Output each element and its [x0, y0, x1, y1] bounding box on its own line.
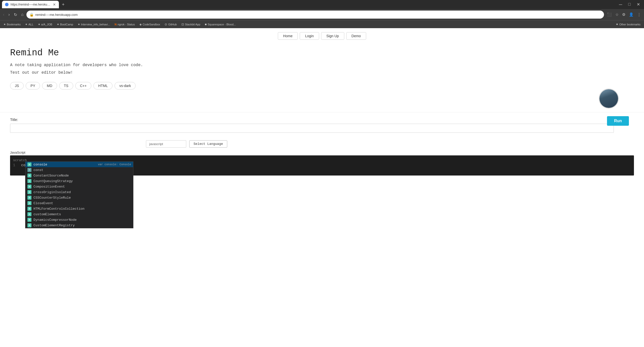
bookmark-label: BootCamp: [60, 23, 73, 26]
autocomplete-item-constantsourcenode[interactable]: ⊙ ConstantSourceNode: [25, 173, 133, 178]
bookmark-all-icon: ★: [25, 23, 27, 26]
autocomplete-icon-ce: ⊙: [27, 185, 31, 189]
avatar-image: [599, 89, 618, 108]
bookmark-item-interview[interactable]: ★ Interview_info_behavi...: [76, 22, 112, 26]
close-window-button[interactable]: ✕: [635, 2, 642, 7]
bookmark-item-all[interactable]: ★ ALL: [24, 22, 35, 26]
lang-html-button[interactable]: HTML: [93, 82, 112, 90]
autocomplete-item-csscsr[interactable]: ⊙ CSSCounterStyleRule: [25, 195, 133, 200]
autocomplete-label-cst: ConstantSourceNode: [33, 174, 131, 178]
autocomplete-label-dcn: DynamicsCompressorNode: [33, 218, 131, 222]
autocomplete-icon-cqs: ⊙: [27, 179, 31, 183]
forward-button[interactable]: ›: [7, 11, 11, 18]
language-input[interactable]: javascript: [146, 140, 186, 148]
bookmark-item-other[interactable]: ★ Other bookmarks: [614, 22, 642, 26]
bookmark-star-icon: ★: [4, 23, 6, 26]
bookmark-label: GitHub: [168, 23, 177, 26]
back-button[interactable]: ‹: [2, 11, 5, 18]
autocomplete-detail-console: var console: Console: [98, 163, 131, 166]
bookmark-label: ngrok - Status: [118, 23, 135, 26]
bookmark-item-github[interactable]: ⊙ GitHub: [163, 22, 178, 27]
star-icon[interactable]: ☆: [614, 11, 620, 18]
autocomplete-icon-cst: ⊙: [27, 173, 31, 178]
autocomplete-item-cer[interactable]: ⊙ CustomElementRegistry: [25, 223, 133, 228]
hero-title: Remind Me: [10, 48, 216, 58]
title-label: Title:: [10, 117, 634, 122]
browser-chrome: https://remind----me.herokuapp.co... ✕ +…: [0, 0, 644, 28]
lang-ts-button[interactable]: TS: [59, 82, 73, 90]
toolbar-icons: ⬛ ☆ ⚙ 👤 ⋮: [606, 11, 642, 18]
nav-home-button[interactable]: Home: [278, 32, 298, 40]
bookmark-label: CodeSandbox: [143, 23, 160, 26]
bookmark-label: Bookmarks: [7, 23, 21, 26]
reload-button[interactable]: ↻: [13, 11, 18, 18]
minimize-button[interactable]: ─: [617, 2, 624, 7]
bookmark-item-bootcamp[interactable]: ★ BootCamp: [55, 22, 75, 26]
run-button[interactable]: Run: [607, 116, 629, 126]
autocomplete-label-cer: CustomElementRegistry: [33, 224, 131, 227]
new-tab-button[interactable]: +: [60, 2, 67, 7]
settings-icon[interactable]: ⚙: [621, 11, 626, 18]
nav-demo-button[interactable]: Demo: [346, 32, 366, 40]
profile-icon[interactable]: 👤: [628, 11, 635, 18]
avatar: [599, 89, 619, 109]
autocomplete-icon-htmlfcc: ⊙: [27, 207, 31, 211]
autocomplete-item-cqs[interactable]: ⊙ CountQueuingStrategy: [25, 178, 133, 184]
autocomplete-item-closeevent[interactable]: ⊙ CloseEvent: [25, 200, 133, 206]
title-input[interactable]: [10, 124, 614, 133]
lang-cpp-button[interactable]: C++: [75, 82, 91, 90]
lang-py-button[interactable]: PY: [26, 82, 40, 90]
line-number: 1: [13, 163, 18, 167]
browser-toolbar: ‹ › ↻ ⌂ 🔒 remind----me.herokuapp.com ⬛ ☆…: [0, 9, 644, 20]
more-icon[interactable]: ⋮: [636, 11, 642, 18]
bookmark-item-bookmarks[interactable]: ★ Bookmarks: [2, 22, 22, 26]
bookmark-bootcamp-icon: ★: [57, 23, 59, 26]
extensions-icon[interactable]: ⬛: [606, 11, 613, 18]
autocomplete-icon-cle: ⊙: [27, 201, 31, 205]
autocomplete-item-const[interactable]: ≡ const: [25, 167, 133, 173]
home-button[interactable]: ⌂: [20, 11, 25, 18]
lock-icon: 🔒: [29, 13, 34, 17]
autocomplete-item-cross[interactable]: ⊙ crossOriginIsolated: [25, 189, 133, 195]
bookmark-job-icon: ★: [38, 23, 40, 26]
autocomplete-item-console[interactable]: ⊙ console var console: Console: [25, 162, 133, 167]
bookmark-item-ngrok[interactable]: N ngrok - Status: [113, 22, 136, 26]
autocomplete-icon-csscsr: ⊙: [27, 196, 31, 200]
language-row: javascript Select Language: [146, 140, 634, 148]
bookmark-label: a/A_JOB: [41, 23, 52, 26]
hero-description-1: A note taking application for developers…: [10, 62, 216, 69]
bookmark-item-codesandbox[interactable]: ◈ CodeSandbox: [138, 22, 162, 27]
autocomplete-item-custom-elements[interactable]: ⊙ customElements: [25, 211, 133, 217]
bookmark-item-job[interactable]: ★ a/A_JOB: [36, 22, 54, 26]
lang-js-button[interactable]: JS: [10, 82, 24, 90]
bookmark-item-stackbit[interactable]: ⊡ Stackbit App: [180, 22, 202, 27]
hero-section: Remind Me A note taking application for …: [0, 43, 226, 97]
autocomplete-icon-console: ⊙: [27, 162, 31, 166]
autocomplete-icon-cross: ⊙: [27, 190, 31, 194]
hero-description-2: Test out our editor below!: [10, 70, 216, 76]
js-language-label: JavaScript: [10, 151, 634, 154]
bookmark-label: Stackbit App: [185, 23, 200, 26]
maximize-button[interactable]: □: [626, 2, 633, 7]
select-language-button[interactable]: Select Language: [189, 140, 227, 148]
active-tab[interactable]: https://remind----me.herokuapp.co... ✕: [2, 1, 59, 8]
tab-close-button[interactable]: ✕: [53, 3, 56, 7]
autocomplete-item-compositionevent[interactable]: ⊙ CompositionEvent: [25, 184, 133, 189]
autocomplete-dropdown: ⊙ console var console: Console ≡ const ⊙…: [25, 161, 133, 228]
nav-signup-button[interactable]: Sign Up: [321, 32, 344, 40]
lang-vsdark-button[interactable]: vs-dark: [115, 82, 136, 90]
bookmark-item-squarespace[interactable]: ■ Squarespace - Blood...: [203, 22, 237, 27]
nav-login-button[interactable]: Login: [300, 32, 319, 40]
autocomplete-item-dcn[interactable]: ⊙ DynamicsCompressorNode: [25, 217, 133, 223]
lang-md-button[interactable]: MD: [42, 82, 57, 90]
page-content: Home Login Sign Up Demo Remind Me A note…: [0, 28, 644, 347]
codesandbox-icon: ◈: [139, 23, 142, 26]
address-bar[interactable]: 🔒 remind----me.herokuapp.com: [26, 11, 604, 19]
autocomplete-item-htmlfcc[interactable]: ⊙ HTMLFormControlsCollection: [25, 206, 133, 211]
bookmark-interview-icon: ★: [78, 23, 80, 26]
page-nav-bar: Home Login Sign Up Demo: [0, 28, 644, 43]
other-bookmarks-icon: ★: [616, 23, 618, 26]
autocomplete-label-custele: customElements: [33, 212, 131, 216]
ngrok-icon: N: [115, 23, 117, 26]
bookmark-label: Squarespace - Blood...: [208, 23, 236, 26]
